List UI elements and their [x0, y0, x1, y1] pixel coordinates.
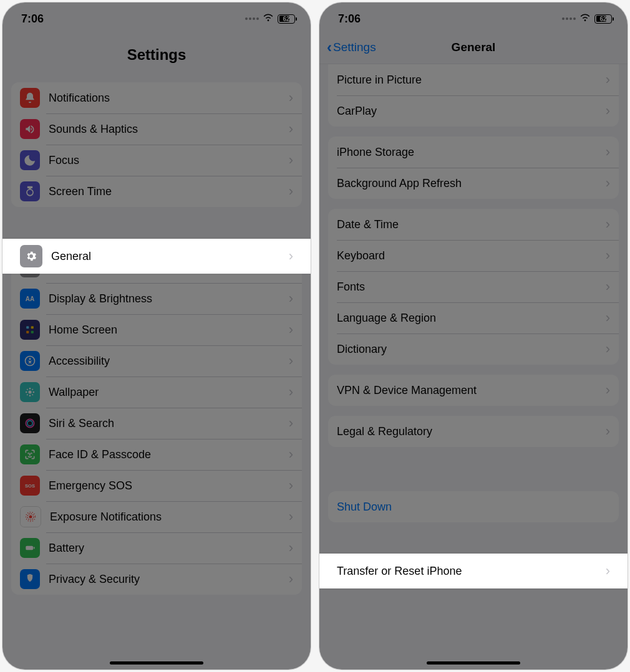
accessibility-icon	[20, 351, 40, 371]
row-pip[interactable]: Picture in Picture ›	[328, 64, 619, 95]
back-button[interactable]: ‹ Settings	[327, 40, 376, 55]
battery-percent: 62	[283, 16, 289, 22]
row-transfer-reset[interactable]: Transfer or Reset iPhone ›	[319, 554, 628, 588]
svg-point-10	[29, 388, 31, 390]
row-display[interactable]: AA Display & Brightness ›	[11, 283, 302, 314]
row-wallpaper[interactable]: Wallpaper ›	[11, 377, 302, 408]
svg-rect-6	[31, 331, 34, 334]
siri-icon	[20, 413, 40, 433]
row-focus[interactable]: Focus ›	[11, 145, 302, 176]
cellular-icon	[245, 17, 259, 20]
svg-point-14	[27, 389, 28, 390]
home-indicator[interactable]	[110, 661, 203, 665]
row-label: Wallpaper	[49, 386, 289, 399]
row-accessibility[interactable]: Accessibility ›	[11, 345, 302, 377]
row-battery[interactable]: Battery ›	[11, 532, 302, 564]
chevron-right-icon: ›	[289, 509, 293, 525]
battery-percent: 62	[599, 16, 606, 22]
home-indicator[interactable]	[427, 661, 520, 665]
chevron-right-icon: ›	[606, 103, 610, 119]
row-label: CarPlay	[337, 105, 606, 118]
chevron-right-icon: ›	[606, 563, 610, 579]
screen-time-icon	[20, 181, 40, 201]
nav-bar: ‹ Settings General	[319, 31, 628, 64]
chevron-right-icon: ›	[606, 279, 610, 295]
chevron-right-icon: ›	[289, 384, 293, 400]
row-label: Language & Region	[337, 312, 606, 325]
row-legal[interactable]: Legal & Regulatory ›	[328, 416, 619, 447]
row-dictionary[interactable]: Dictionary ›	[328, 334, 619, 365]
row-label: Accessibility	[49, 355, 289, 368]
svg-point-23	[29, 516, 32, 519]
row-label: Privacy & Security	[49, 573, 289, 586]
row-notifications[interactable]: Notifications ›	[11, 82, 302, 113]
row-fonts[interactable]: Fonts ›	[328, 271, 619, 302]
row-storage[interactable]: iPhone Storage ›	[328, 137, 619, 168]
privacy-icon	[20, 569, 40, 589]
row-sounds[interactable]: Sounds & Haptics ›	[11, 113, 302, 145]
row-shutdown[interactable]: Shut Down	[328, 491, 619, 522]
chevron-right-icon: ›	[606, 382, 610, 398]
row-faceid[interactable]: Face ID & Passcode ›	[11, 439, 302, 470]
group-locale: Date & Time › Keyboard › Fonts › Languag…	[328, 209, 619, 365]
row-vpn[interactable]: VPN & Device Management ›	[328, 375, 619, 406]
svg-point-8	[29, 358, 31, 360]
svg-point-13	[33, 391, 35, 393]
svg-rect-5	[26, 331, 29, 334]
svg-point-15	[32, 389, 33, 390]
row-label: Keyboard	[337, 249, 606, 262]
chevron-right-icon: ›	[606, 175, 610, 191]
chevron-right-icon: ›	[289, 353, 293, 369]
svg-point-20	[28, 453, 29, 454]
row-label: Home Screen	[49, 324, 289, 337]
row-label: Battery	[49, 542, 289, 555]
row-label: Fonts	[337, 281, 606, 294]
row-language[interactable]: Language & Region ›	[328, 302, 619, 334]
chevron-right-icon: ›	[289, 540, 293, 556]
settings-group-alerts: Notifications › Sounds & Haptics ›	[11, 82, 302, 207]
notifications-icon	[20, 88, 40, 108]
row-sos[interactable]: SOS Emergency SOS ›	[11, 470, 302, 501]
wallpaper-icon	[20, 382, 40, 402]
row-label: Display & Brightness	[49, 292, 289, 305]
chevron-right-icon: ›	[289, 90, 293, 106]
row-carplay[interactable]: CarPlay ›	[328, 95, 619, 127]
page-title: Settings	[15, 46, 298, 64]
row-label: Exposure Notifications	[50, 511, 289, 524]
row-label: Focus	[49, 154, 289, 167]
chevron-left-icon: ‹	[327, 40, 332, 55]
row-privacy[interactable]: Privacy & Security ›	[11, 564, 302, 595]
focus-icon	[20, 150, 40, 170]
row-general[interactable]: General ›	[2, 239, 311, 274]
row-home-screen[interactable]: Home Screen ›	[11, 314, 302, 345]
row-screen-time[interactable]: Screen Time ›	[11, 176, 302, 207]
svg-point-11	[29, 395, 31, 397]
row-date-time[interactable]: Date & Time ›	[328, 209, 619, 240]
row-label: Face ID & Passcode	[49, 448, 289, 461]
svg-text:AA: AA	[26, 295, 34, 302]
svg-point-9	[29, 391, 32, 394]
general-icon	[20, 245, 42, 267]
row-keyboard[interactable]: Keyboard ›	[328, 240, 619, 271]
group-vpn: VPN & Device Management ›	[328, 375, 619, 406]
row-exposure[interactable]: Exposure Notifications ›	[11, 501, 302, 532]
row-label: iPhone Storage	[337, 146, 606, 159]
group-legal: Legal & Regulatory ›	[328, 416, 619, 447]
row-label: Emergency SOS	[49, 479, 289, 492]
phone-right: 7:06 62 ‹	[319, 2, 628, 670]
row-label: Notifications	[49, 92, 289, 105]
svg-rect-4	[31, 326, 34, 329]
row-label: Date & Time	[337, 218, 606, 231]
chevron-right-icon: ›	[289, 152, 293, 168]
battery-icon	[20, 538, 40, 558]
svg-text:SOS: SOS	[25, 483, 35, 489]
row-label: Shut Down	[337, 501, 610, 514]
row-label: General	[51, 250, 289, 263]
group-storage: iPhone Storage › Background App Refresh …	[328, 137, 619, 199]
row-bg-refresh[interactable]: Background App Refresh ›	[328, 168, 619, 199]
row-siri[interactable]: Siri & Search ›	[11, 408, 302, 439]
row-label: VPN & Device Management	[337, 384, 606, 397]
svg-point-16	[27, 394, 28, 395]
row-label: Dictionary	[337, 343, 606, 356]
svg-rect-3	[26, 326, 29, 329]
